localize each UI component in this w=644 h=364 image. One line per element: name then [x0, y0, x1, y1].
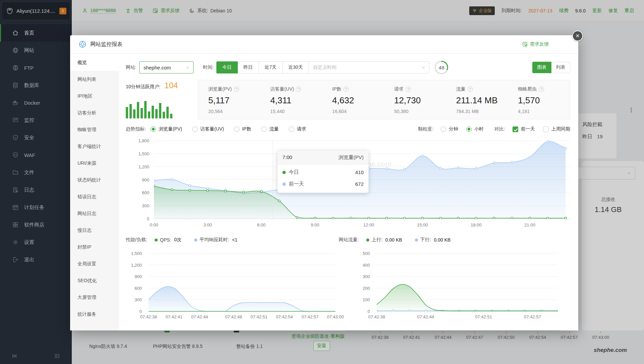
trend-metric-radio[interactable]: 访客量(UV) [192, 126, 224, 132]
modal-menu-item[interactable]: 错误日志 [70, 188, 119, 205]
x-tick-label: 07:42:38 [368, 314, 385, 319]
minibar [129, 104, 132, 118]
trend-metric-radio[interactable]: 请求 [289, 126, 306, 132]
view-list-button[interactable]: 列表 [551, 62, 570, 73]
site-select-value: shephe.com [144, 65, 171, 70]
chart-tooltip: 7:00 浏览量(PV) 今日410前一天672 [277, 150, 369, 193]
compare-checkbox[interactable]: 上周同期 [543, 126, 570, 132]
time-range-button[interactable]: 近7天 [259, 61, 283, 73]
x-tick-label: 07:42:44 [417, 314, 434, 319]
modal-menu-item[interactable]: 概览 [70, 54, 119, 71]
tooltip-time: 7:00 [282, 154, 292, 161]
modal-menu-item[interactable]: 网站日志 [70, 205, 119, 222]
time-range-button[interactable]: 近30天 [282, 61, 309, 73]
modal-menu-item[interactable]: 全局设置 [70, 255, 119, 272]
granularity-radio-label: 分钟 [449, 126, 458, 132]
modal-menu-item[interactable]: IP/地区 [70, 88, 119, 104]
view-chart-button[interactable]: 图表 [532, 62, 551, 73]
traffic-title-row: 网站流量: 上行:0.00 KB下行:0.00 KB [339, 237, 450, 243]
y-tick-label: 0 [140, 309, 142, 314]
time-label: 时间: [203, 64, 214, 70]
modal-menu-item[interactable]: 大屏管理 [70, 289, 119, 306]
stat-label-text: 浏览量(PV) [208, 86, 232, 92]
site-select[interactable]: shephe.com [139, 61, 194, 73]
help-icon[interactable]: ? [468, 87, 473, 92]
help-icon[interactable]: ? [343, 87, 349, 92]
modal-menu-item[interactable]: 状态码统计 [70, 171, 119, 188]
traffic-plot[interactable] [377, 251, 558, 312]
compare-checkbox[interactable]: 前一天 [513, 126, 535, 132]
minibar [163, 112, 165, 118]
time-range-button[interactable]: 今日 [216, 61, 238, 73]
tooltip-series-label: 今日 [289, 169, 299, 175]
help-icon[interactable]: ? [234, 87, 239, 92]
y-tick-label: 900 [135, 274, 142, 279]
y-tick-label: 300 [142, 203, 149, 208]
minibar [170, 114, 172, 118]
x-tick-label: 15:00 [417, 222, 428, 227]
time-range-button[interactable]: 昨日 [237, 61, 259, 73]
modal-menu-item[interactable]: URI/来源 [70, 155, 119, 171]
y-tick-label: 0 [368, 309, 370, 314]
traffic-y-axis: 5004003002001000 [354, 253, 370, 311]
modal-menu-item[interactable]: 客户端统计 [70, 138, 119, 155]
modal-menu-item[interactable]: 网站列表 [70, 71, 119, 88]
compare-checkbox-label: 前一天 [521, 126, 535, 132]
minibar [137, 102, 139, 118]
custom-time-select[interactable]: 自定义时间 [309, 61, 429, 73]
granularity-radio[interactable]: 小时 [466, 126, 484, 132]
trend-metric-radio-label: IP数 [242, 126, 251, 132]
x-tick-label: 07:43:00 [327, 314, 344, 319]
y-tick-label: 600 [135, 285, 142, 291]
granularity-radio[interactable]: 分钟 [441, 126, 458, 132]
stat-value: 12,730 [394, 95, 446, 106]
modal-menu-item[interactable]: 封禁IP [70, 239, 119, 255]
stat-label: 浏览量(PV)? [208, 86, 260, 92]
modal-menu-item[interactable]: SEO优化 [70, 272, 119, 289]
granularity-radio-label: 小时 [474, 126, 484, 132]
trend-metric-radio[interactable]: 流量 [261, 126, 279, 132]
legend-dot [155, 239, 158, 242]
compare-label: 对比: [494, 126, 505, 132]
modal-menu-item[interactable]: 蜘蛛管理 [70, 121, 119, 138]
modal-menu-item[interactable]: 访客分析 [70, 104, 119, 121]
perf-legend: QPS:0次平均响应耗时:<1 [155, 237, 237, 243]
perf-plot[interactable] [149, 251, 335, 312]
minibar [155, 109, 158, 118]
y-tick-label: 300 [135, 297, 142, 302]
trend-metric-radio-label: 请求 [297, 126, 306, 132]
refresh-countdown[interactable]: 48 [435, 61, 448, 74]
trend-metric-radio[interactable]: IP数 [234, 126, 251, 132]
modal-menu-item[interactable]: 慢日志 [70, 222, 119, 239]
help-icon[interactable]: ? [296, 87, 301, 92]
minibar [159, 103, 161, 118]
help-icon[interactable]: ? [539, 87, 544, 92]
modal-menu-item[interactable]: 统计服务 [70, 306, 119, 322]
legend-label: QPS: [160, 237, 171, 243]
x-tick-label: 07:42:57 [524, 314, 541, 319]
trend-metric-radio[interactable]: 浏览量(PV) [151, 126, 182, 132]
radio-icon [289, 126, 294, 132]
stat-value: 4,632 [332, 95, 384, 106]
minibar [166, 107, 169, 118]
compare-checkboxes: 前一天上周同期 [513, 126, 570, 132]
traffic-title: 网站流量: [339, 237, 359, 243]
stat-sub-value: 784.31 MB [456, 109, 508, 114]
stat-label: 蜘蛛爬虫? [518, 86, 570, 92]
x-tick-label: 18:00 [471, 222, 482, 227]
tooltip-series-label: 前一天 [289, 181, 304, 187]
modal-title: 网站监控报表 [90, 41, 122, 48]
y-tick-label: 200 [363, 285, 370, 291]
help-icon[interactable]: ? [406, 87, 411, 92]
trend-metric-radios: 浏览量(PV)访客量(UV)IP数流量请求 [151, 126, 306, 132]
y-tick-label: 900 [142, 177, 149, 182]
modal-feedback-link[interactable]: 需求反馈 [522, 41, 549, 47]
modal-body: 概览网站列表IP/地区访客分析蜘蛛管理客户端统计URI/来源状态码统计错误日志网… [70, 54, 578, 330]
close-button[interactable]: ✕ [572, 31, 583, 41]
stat-card: 请求?12,73050,380 [384, 80, 446, 119]
traffic-legend: 上行:0.00 KB下行:0.00 KB [366, 237, 450, 243]
trend-metric-label: 趋势指标: [126, 126, 146, 132]
y-tick-label: 100 [363, 297, 370, 302]
bottom-chart-titles: 性能/负载: QPS:0次平均响应耗时:<1 网站流量: 上行:0.00 KB下… [126, 237, 570, 244]
stat-sub-value: 4,181 [518, 109, 570, 114]
